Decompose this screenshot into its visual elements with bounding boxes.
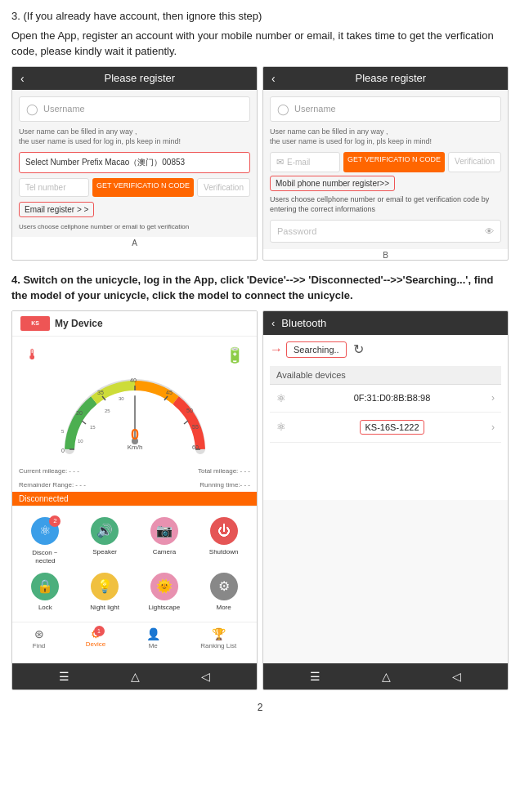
home-icon-b[interactable]: △ [382,670,391,683]
device-item-2[interactable]: ⚛ KS-16S-1222 › [270,413,501,443]
verification-placeholder-b: Verification [455,157,495,166]
lock-icon: 🔒 [37,578,53,594]
remainder-range-label: Remainder Range: - - - [19,481,86,489]
tel-row: Tel number GET VERIFICATIO N CODE Verifi… [19,178,250,197]
select-number-label: Select Number Prefix Macao（澳门）00853 [25,158,185,167]
icon-night-light[interactable]: 💡 Night light [75,569,135,615]
screen-a-label-4: A [12,689,257,690]
menu-icon-b[interactable]: ☰ [310,670,321,683]
device-name-1: 0F:31:D0:8B:B8:98 [354,393,431,403]
username-field-b[interactable]: ◯ Username [270,96,501,122]
username-field-a[interactable]: ◯ Username [19,96,250,122]
my-device-header: KS My Device [12,311,257,337]
chevron-icon-1: › [491,392,495,404]
get-code-label-a: GET VERIFICATIO N CODE [96,181,190,190]
username-placeholder-a: Username [43,104,85,114]
more-icon-circle: ⚙ [210,573,238,600]
icon-more[interactable]: ⚙ More [194,569,253,615]
get-code-btn-b[interactable]: GET VERIFICATIO N CODE [343,152,445,172]
email-row-b: ✉ E-mail GET VERIFICATIO N CODE Verifica… [270,152,501,172]
lock-icon-label: Lock [38,604,52,611]
nav-ranking[interactable]: 🏆 Ranking List [200,627,236,649]
menu-icon-a[interactable]: ☰ [59,670,69,683]
svg-text:0: 0 [130,426,138,443]
svg-text:25: 25 [105,408,110,413]
icon-lock[interactable]: 🔒 Lock [16,569,75,615]
step3-header: 3. (If you already have account, then ig… [11,8,509,25]
icon-speaker[interactable]: 🔊 Speaker [75,513,135,569]
android-nav-a: ☰ △ ◁ [12,663,257,689]
my-device-screen: KS My Device 🌡 🔋 [11,310,258,690]
tel-placeholder: Tel number [25,183,65,192]
get-code-label-b: GET VERIFICATIO N CODE [347,155,441,163]
mobile-register-label: Mobil phone number register>> [276,179,389,188]
device-nav-wrapper: ⚙ 1 [91,627,101,640]
back-icon-b[interactable]: ◁ [452,670,461,683]
mobile-register-link[interactable]: Mobil phone number register>> [270,176,395,191]
disconnected-badge: 2 [49,515,61,527]
envelope-icon: ✉ [276,157,284,167]
tel-input[interactable]: Tel number [19,178,89,197]
arrow-red-icon: → [270,342,283,357]
step4-screenshots: KS My Device 🌡 🔋 [11,310,509,690]
speedometer-svg: 0 20 35 40 45 50 55 60 10 15 25 [53,368,217,457]
icon-lightscape[interactable]: 🌞 Lightscape [135,569,195,615]
section4: 4. Switch on the unicycle, log in the Ap… [11,272,509,690]
running-time-label: Running time:- - - [199,481,250,489]
svg-text:50: 50 [186,408,193,413]
svg-text:45: 45 [166,390,173,395]
device-name-2: KS-16S-1222 [360,420,424,435]
device-item-1[interactable]: ⚛ 0F:31:D0:8B:B8:98 › [270,385,501,413]
svg-line-1 [82,421,86,424]
searching-label: Searching.. [286,341,347,358]
verification-input-b[interactable]: Verification [448,152,501,172]
shutdown-icon-circle: ⏻ [210,517,238,545]
svg-text:Km/h: Km/h [127,444,142,451]
email-register-link[interactable]: Email register > > [19,202,94,217]
icon-grid: ⚛ 2 Discon－nected 🔊 Speaker 📷 [12,506,257,622]
camera-icon-circle: 📷 [150,517,178,545]
get-code-btn-a[interactable]: GET VERIFICATIO N CODE [92,178,194,197]
loading-spinner: ↻ [353,341,364,357]
email-input-b[interactable]: ✉ E-mail [270,152,340,172]
svg-text:35: 35 [97,390,104,395]
footer-note-a: Users choose cellphone number or email t… [19,223,250,230]
screen-a-title: Please register [31,72,249,84]
disconnected-icon-label: Discon－nected [32,548,58,564]
user-icon-a: ◯ [26,103,38,115]
password-field[interactable]: Password 👁 [270,220,501,243]
nav-find[interactable]: ⊛ Find [33,627,46,649]
verification-input-a[interactable]: Verification [197,178,250,197]
password-placeholder: Password [277,226,316,236]
me-nav-icon: 👤 [146,627,160,640]
bulb-icon: 💡 [96,578,113,594]
battery-icon: 🔋 [226,346,244,364]
gauge-area: 🌡 🔋 [12,337,257,464]
hint-a: User name can be filled in any way ,the … [19,127,250,147]
speedometer: 0 20 35 40 45 50 55 60 10 15 25 [19,368,250,457]
nav-me[interactable]: 👤 Me [146,627,160,649]
power-icon: ⏻ [217,524,231,538]
svg-text:20: 20 [76,410,83,416]
screen-b-label: B [263,251,508,260]
back-icon-a[interactable]: ◁ [201,670,210,683]
my-device-title: My Device [55,318,103,329]
me-nav-label: Me [149,642,158,649]
bluetooth-screen: ‹ Bluetooth → Searching.. ↻ Available de… [262,310,509,690]
screen-b-register: ‹ Please register ◯ Username User name c… [262,66,509,261]
icon-shutdown[interactable]: ⏻ Shutdown [194,513,253,569]
icon-disconnected[interactable]: ⚛ 2 Discon－nected [16,513,75,569]
eye-icon: 👁 [485,226,494,236]
icon-camera[interactable]: 📷 Camera [135,513,195,569]
ranking-nav-icon: 🏆 [212,627,226,640]
bt-back-arrow[interactable]: ‹ [271,317,275,329]
find-nav-label: Find [33,642,46,649]
svg-text:55: 55 [192,424,199,430]
camera-icon: 📷 [156,523,173,538]
screen-a-register: ‹ Please register ◯ Username User name c… [11,66,258,261]
select-number-prefix[interactable]: Select Number Prefix Macao（澳门）00853 [19,152,250,173]
username-placeholder-b: Username [294,104,336,114]
svg-text:0: 0 [61,448,65,453]
nav-device[interactable]: ⚙ 1 Device [86,627,105,649]
home-icon-a[interactable]: △ [131,670,140,683]
